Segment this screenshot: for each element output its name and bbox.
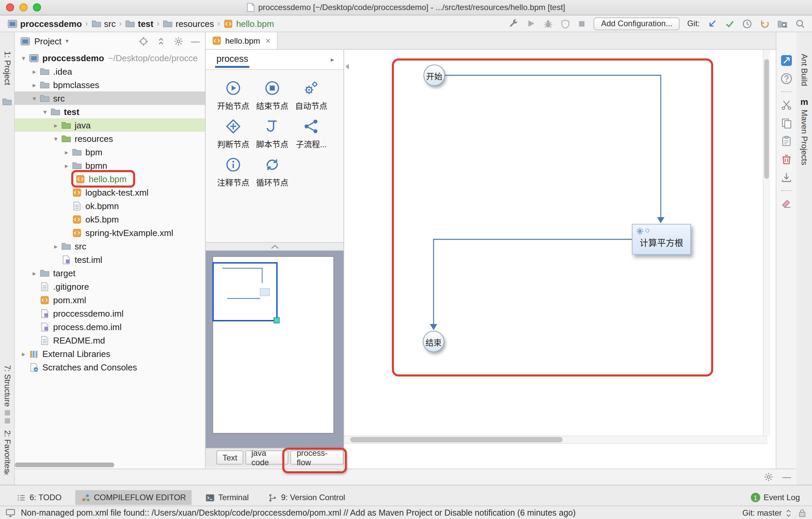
tree-item-resources[interactable]: ▾resources	[15, 132, 205, 145]
toolwindow-mini-icon[interactable]	[5, 410, 10, 415]
view-tab-process-flow[interactable]: process-flow	[291, 451, 344, 465]
collapse-palette-icon[interactable]	[345, 63, 350, 70]
chevron-down-icon[interactable]: ▾	[40, 108, 50, 115]
toolwindow-button-favorites[interactable]: 2: Favorites	[3, 430, 12, 472]
tree-item-target[interactable]: ▸target	[15, 266, 205, 280]
chevron-right-icon[interactable]: ▸	[51, 121, 60, 129]
tree-item-spring-ktvexample-xml[interactable]: spring-ktvExample.xml	[15, 226, 205, 239]
tree-item-process-demo-iml[interactable]: process.demo.iml	[15, 320, 205, 334]
chevron-right-icon[interactable]: ▸	[62, 162, 71, 169]
tree-item-test-iml[interactable]: test.iml	[15, 253, 205, 266]
eraser-icon[interactable]	[780, 198, 792, 210]
palette-item-note-node[interactable]: 注释节点	[214, 156, 253, 188]
flow-node-end[interactable]: 结束	[423, 331, 444, 352]
editor-tab-hello-bpm[interactable]: hello.bpm ×	[206, 32, 277, 49]
palette-item-script-node[interactable]: 脚本节点	[253, 118, 292, 149]
palette-item-auto-node[interactable]: 自动节点	[292, 79, 331, 111]
toolwindow-button-version-control[interactable]: 9: Version Control	[262, 490, 351, 505]
locate-file-icon[interactable]	[139, 36, 149, 46]
event-log-button[interactable]: 1 Event Log	[746, 490, 805, 505]
notification-icon[interactable]	[5, 508, 16, 518]
tree-item-proccessdemo[interactable]: ▾proccessdemo~/Desktop/code/procce	[15, 51, 205, 64]
gear-icon[interactable]	[173, 36, 183, 46]
save-image-icon[interactable]	[780, 171, 792, 183]
palette-item-decision-node[interactable]: 判断节点	[214, 118, 253, 149]
palette-tab-process[interactable]: process	[215, 51, 250, 68]
add-configuration-button[interactable]: Add Configuration...	[594, 17, 680, 30]
flow-node-task[interactable]: 计算平方根	[632, 224, 691, 255]
chevron-down-icon[interactable]: ▾	[30, 94, 39, 102]
view-tab-Text[interactable]: Text	[216, 451, 243, 465]
minimap-page[interactable]	[212, 256, 334, 434]
chevron-right-icon[interactable]: ▸	[30, 269, 39, 277]
tree-item-src[interactable]: ▸src	[15, 239, 205, 253]
collapse-all-icon[interactable]	[156, 36, 166, 46]
star-icon[interactable]: ★	[3, 468, 10, 477]
tree-item--idea[interactable]: ▸.idea	[15, 64, 205, 78]
breadcrumb-item-src[interactable]: src	[89, 19, 118, 29]
tree-item-proccessdemo-iml[interactable]: proccessdemo.iml	[15, 307, 205, 320]
chevron-down-icon[interactable]: ▾	[65, 38, 68, 45]
chevron-right-icon[interactable]: ▸	[51, 242, 60, 250]
chevron-right-icon[interactable]: ▸	[62, 148, 71, 156]
tree-item-hello-bpm[interactable]: hello.bpm	[15, 172, 205, 185]
history-icon[interactable]	[742, 19, 752, 29]
toolwindow-button-project[interactable]: 1: Project	[3, 51, 12, 85]
gear-icon[interactable]	[763, 472, 774, 482]
breadcrumb-item-proccessdemo[interactable]: proccessdemo	[5, 19, 84, 29]
tree-item--gitignore[interactable]: .gitignore	[15, 280, 205, 293]
project-panel-title[interactable]: Project	[34, 36, 61, 46]
flow-node-start[interactable]: 开始	[424, 64, 445, 86]
chevron-right-icon[interactable]: ▸	[30, 81, 39, 88]
tree-item-readme-md[interactable]: README.md	[15, 334, 205, 347]
chevron-right-icon[interactable]: ▸	[30, 67, 39, 75]
toolwindow-mini-icon[interactable]	[5, 418, 10, 424]
chevron-right-icon[interactable]: ▸	[331, 56, 334, 63]
chevron-right-icon[interactable]: ▸	[19, 350, 28, 357]
flow-designer-icon[interactable]	[780, 54, 792, 66]
rollback-icon[interactable]	[760, 19, 770, 29]
status-message[interactable]: Non-managed pom.xml file found:: /Users/…	[21, 508, 737, 518]
hide-panel-icon[interactable]: —	[782, 472, 791, 482]
toolwindow-button-maven-projects[interactable]: Maven Projects	[800, 110, 809, 165]
palette-splitter[interactable]	[206, 242, 344, 251]
breadcrumb-item-hello.bpm[interactable]: hello.bpm	[222, 19, 276, 29]
wrench-icon[interactable]	[509, 18, 519, 29]
coverage-icon[interactable]	[561, 19, 570, 29]
delete-icon[interactable]	[780, 153, 792, 165]
maximize-window-button[interactable]	[33, 3, 41, 11]
palette-item-end-node[interactable]: 结束节点	[253, 79, 292, 111]
view-tab-java-code[interactable]: java code	[245, 451, 289, 465]
close-window-button[interactable]	[6, 3, 14, 11]
find-folder-icon[interactable]	[777, 19, 788, 29]
tree-item-src[interactable]: ▾src	[15, 91, 205, 105]
palette-item-subprocess-node[interactable]: 子流程...	[292, 118, 331, 149]
toolwindow-button-ant-build[interactable]: Ant Build	[800, 54, 809, 86]
lock-icon[interactable]	[798, 508, 807, 518]
copy-icon[interactable]	[780, 117, 792, 129]
minimap-resize-handle[interactable]	[273, 317, 280, 323]
palette-item-start-node[interactable]: 开始节点	[214, 79, 253, 111]
tree-item-scratches-and-consoles[interactable]: Scratches and Consoles	[15, 361, 205, 374]
toolwindow-button-structure[interactable]: 7: Structure	[3, 365, 12, 407]
chevron-down-icon[interactable]: ▾	[19, 54, 28, 61]
run-icon[interactable]	[527, 19, 536, 28]
tree-item-java[interactable]: ▸java	[15, 118, 205, 132]
breadcrumb-item-resources[interactable]: resources	[161, 19, 216, 29]
palette-item-loop-node[interactable]: 循环节点	[253, 156, 292, 188]
tree-item-external-libraries[interactable]: ▸External Libraries	[15, 347, 205, 361]
tree-item-ok-bpmn[interactable]: ok.bpmn	[15, 199, 205, 212]
tree-item-bpmclasses[interactable]: ▸bpmclasses	[15, 78, 205, 91]
cut-icon[interactable]	[780, 99, 792, 111]
minimize-window-button[interactable]	[20, 3, 28, 11]
paste-icon[interactable]	[780, 135, 792, 147]
maven-icon[interactable]: m	[800, 97, 808, 107]
help-icon[interactable]	[780, 73, 792, 85]
flow-canvas[interactable]: 开始 计算平方根 结束	[344, 50, 776, 468]
git-branch-widget[interactable]: Git: master	[743, 508, 792, 518]
tree-item-test[interactable]: ▾test	[15, 105, 205, 118]
minimap-viewport[interactable]	[212, 262, 278, 321]
toolwindow-button-todo[interactable]: 6: TODO	[11, 490, 67, 505]
toolwindow-button-terminal[interactable]: Terminal	[199, 490, 254, 505]
breadcrumb-item-test[interactable]: test	[123, 19, 155, 29]
